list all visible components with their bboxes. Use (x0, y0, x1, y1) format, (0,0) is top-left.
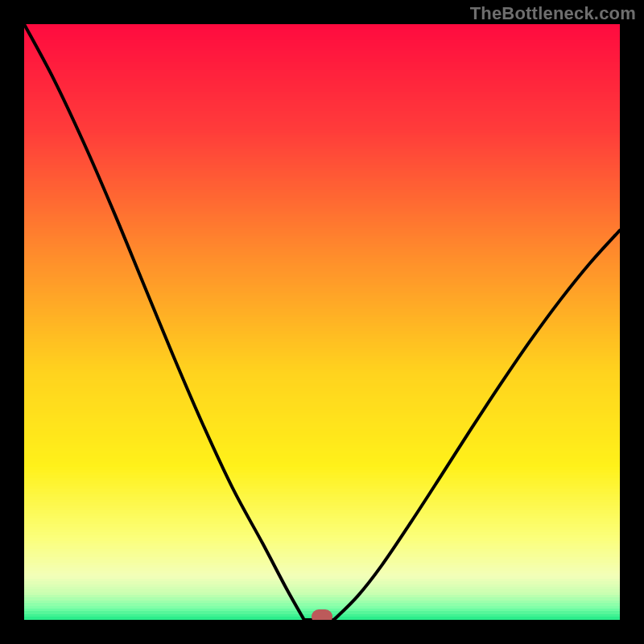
watermark-text: TheBottleneck.com (470, 3, 636, 24)
gradient-background (24, 24, 620, 620)
chart-frame: TheBottleneck.com (0, 0, 644, 644)
plot-area (24, 24, 620, 620)
